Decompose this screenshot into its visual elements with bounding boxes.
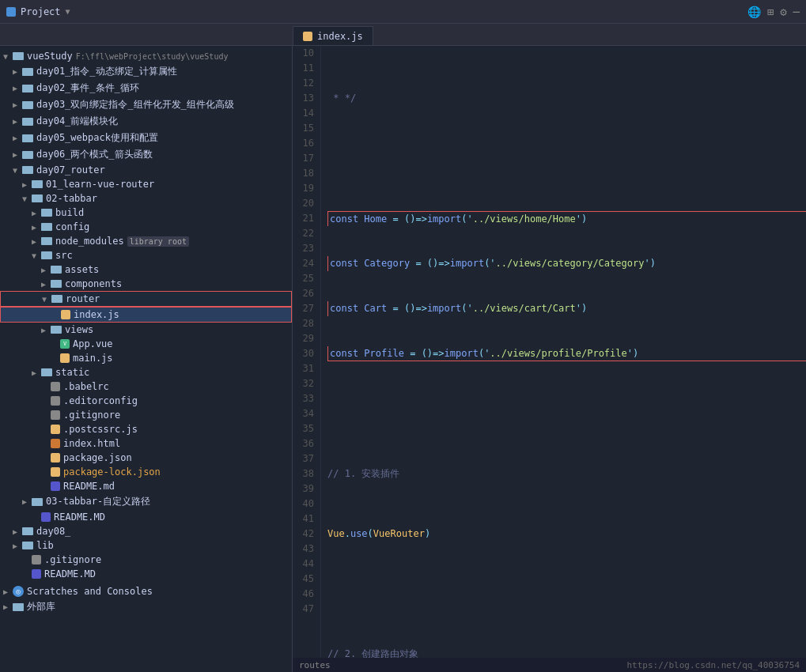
lib-label: lib [36,540,54,551]
sidebar-item-day06[interactable]: ▶ day06_两个模式_箭头函数 [0,146,292,163]
sidebar-item-day04[interactable]: ▶ day04_前端模块化 [0,113,292,130]
tab-index-js[interactable]: index.js [293,26,373,45]
sidebar-item-day08[interactable]: ▶ day08_ [0,524,292,538]
file-icon-gitignore2 [32,555,41,564]
folder-icon-components [51,280,62,288]
sidebar-item-router[interactable]: ▼ router [0,291,292,307]
titlebar-left: Project ▼ [6,6,747,17]
main-content: ▼ vueStudy F:\ffl\webProject\study\vueSt… [0,46,806,672]
day03-label: day03_双向绑定指令_组件化开发_组件化高级 [36,98,234,111]
sidebar-item-editorconfig[interactable]: .editorconfig [0,394,292,408]
src-label: src [55,250,73,261]
ln-29: 29 [293,331,314,346]
minimize-icon[interactable]: ─ [793,6,800,18]
sidebar-item-index-js[interactable]: index.js [0,307,292,323]
file-icon-package-lock [51,467,60,477]
folder-icon-day02 [22,85,33,92]
readme-lower-label: README.md [63,481,115,492]
sidebar-item-day02[interactable]: ▶ day02_事件_条件_循环 [0,80,292,96]
blog-url: https://blog.csdn.net/qq_40036754 [626,660,806,670]
sidebar-item-babelrc[interactable]: .babelrc [0,379,292,394]
folder-icon-day01 [22,68,33,76]
code-line-16 [327,406,806,421]
sidebar-item-postcssrc[interactable]: .postcssrc.js [0,422,292,436]
ln-33: 33 [293,391,314,406]
postcssrc-label: .postcssrc.js [63,424,138,435]
main-js-label: main.js [73,353,113,364]
sidebar-item-readme-upper[interactable]: README.MD [0,510,292,524]
sidebar-item-day03[interactable]: ▶ day03_双向绑定指令_组件化开发_组件化高级 [0,96,292,113]
folder-icon-assets [51,266,62,274]
folder-icon-external-lib [13,603,24,611]
sidebar-item-external-lib[interactable]: ▶ 外部库 [0,598,292,615]
sidebar-item-package-json[interactable]: package.json [0,451,292,465]
sidebar-item-config[interactable]: ▶ config [0,220,292,234]
sidebar-item-views[interactable]: ▶ views [0,323,292,337]
ln-25: 25 [293,271,314,286]
code-area[interactable]: 10 11 12 13 14 15 16 17 18 19 20 21 22 2… [293,46,806,658]
ln-31: 31 [293,361,314,376]
ln-41: 41 [293,512,314,527]
folder-icon-day07 [22,166,33,174]
titlebar-dropdown-icon[interactable]: ▼ [66,7,70,16]
sidebar-item-package-lock-json[interactable]: package-lock.json [0,465,292,479]
day04-arrow: ▶ [13,117,22,126]
sidebar-item-readme-lower[interactable]: README.md [0,479,292,493]
build-label: build [55,207,84,218]
globe-icon[interactable]: 🌐 [747,6,761,18]
sidebar-item-gitignore[interactable]: .gitignore [0,408,292,422]
file-icon-editorconfig [51,396,60,406]
ln-26: 26 [293,286,314,301]
file-icon-main-js [60,353,70,363]
folder-icon-02tabbar [32,194,43,202]
sidebar-item-03tabbar[interactable]: ▶ 03-tabbar-自定义路径 [0,493,292,510]
sidebar-root[interactable]: ▼ vueStudy F:\ffl\webProject\study\vueSt… [0,49,292,63]
gear-icon[interactable]: ⚙ [780,6,786,18]
file-icon-app-vue: V [60,339,70,349]
sidebar-item-static[interactable]: ▶ static [0,365,292,379]
sidebar-item-src[interactable]: ▼ src [0,248,292,262]
code-line-15: const Profile = ()=>import('../views/pro… [327,346,806,361]
folder-icon-day08 [22,527,33,535]
sidebar-item-scratches[interactable]: ▶ ◎ Scratches and Consoles [0,584,292,598]
ln-42: 42 [293,527,314,542]
sidebar-item-lib[interactable]: ▶ lib [0,538,292,553]
ln-30: 30 [293,346,314,361]
folder-icon-day06 [22,151,33,159]
sidebar-item-build[interactable]: ▶ build [0,206,292,220]
sidebar-item-day07[interactable]: ▼ day07_router [0,163,292,177]
ln-27: 27 [293,301,314,316]
split-icon[interactable]: ⊞ [767,6,774,18]
day08-label: day08_ [36,526,70,537]
gitignore2-label: .gitignore [44,554,101,565]
root-arrow: ▼ [3,52,13,61]
sidebar-item-readme2[interactable]: README.MD [0,567,292,581]
sidebar-item-components[interactable]: ▶ components [0,277,292,291]
sidebar-item-01learn[interactable]: ▶ 01_learn-vue-router [0,177,292,191]
folder-icon-build [41,209,52,217]
app-vue-label: App.vue [73,338,113,349]
sidebar-item-index-html[interactable]: index.html [0,436,292,451]
folder-icon-lib [22,542,33,549]
day05-label: day05_webpack使用和配置 [36,131,158,145]
static-arrow: ▶ [32,368,41,377]
sidebar-item-02tabbar[interactable]: ▼ 02-tabbar [0,191,292,206]
sidebar-item-node-modules[interactable]: ▶ node_modules library root [0,234,292,248]
ln-32: 32 [293,376,314,391]
folder-icon-config [41,223,52,231]
day06-arrow: ▶ [13,150,22,159]
config-label: config [55,221,89,232]
package-json-label: package.json [63,452,132,463]
sidebar-item-assets[interactable]: ▶ assets [0,262,292,277]
sidebar-item-app-vue[interactable]: V App.vue [0,337,292,351]
sidebar-item-gitignore2[interactable]: .gitignore [0,553,292,567]
sidebar-item-main-js[interactable]: main.js [0,351,292,365]
day08-arrow: ▶ [13,527,22,536]
sidebar-item-day01[interactable]: ▶ day01_指令_动态绑定_计算属性 [0,63,292,80]
folder-icon-day04 [22,118,33,126]
sidebar-item-day05[interactable]: ▶ day05_webpack使用和配置 [0,130,292,146]
file-icon-readme-upper [41,512,51,522]
ln-43: 43 [293,542,314,557]
ln-20: 20 [293,196,314,211]
day07-label: day07_router [36,164,105,176]
